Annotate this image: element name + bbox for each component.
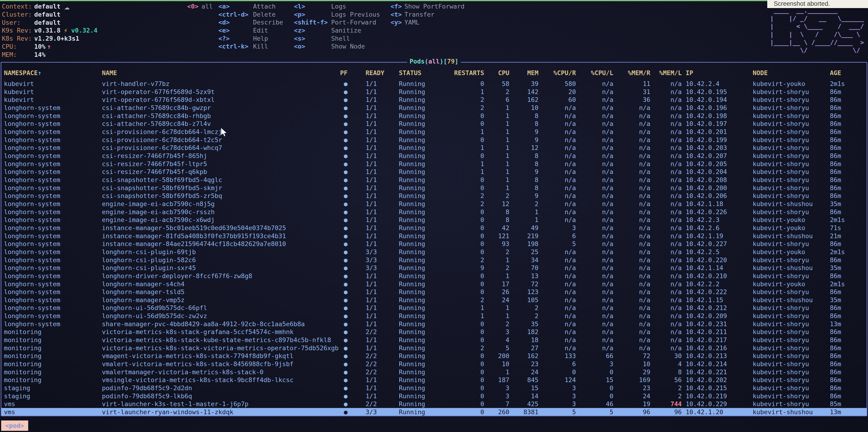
hotkey-shell[interactable]: <s>Shell xyxy=(0,34,868,42)
table-row[interactable]: longhorn-systemcsi-attacher-57689cc84b-g… xyxy=(1,104,867,112)
cell-cpu-r: 5 xyxy=(541,240,576,248)
column-header-status[interactable]: STATUS xyxy=(399,69,422,77)
cell-cpu-r: n/a xyxy=(541,312,576,320)
cell-namespace: monitoring xyxy=(4,376,41,384)
hotkey-key: <z> xyxy=(294,26,305,34)
cell-ip: 10.42.1.18 xyxy=(686,200,723,208)
hotkey-yaml[interactable]: <y>YAML xyxy=(0,18,868,26)
cell-mem: 35 xyxy=(508,320,538,328)
column-header-name[interactable]: NAME xyxy=(102,69,117,77)
table-row[interactable]: monitoringvictoria-metrics-k8s-stack-kub… xyxy=(1,336,867,344)
table-row[interactable]: vmsvirt-launcher-ryan-windows-11-zkdqk●3… xyxy=(1,408,867,416)
cell-namespace: longhorn-system xyxy=(4,160,60,168)
cell-cpu: 1 xyxy=(479,256,509,264)
cell-cpu: 200 xyxy=(479,352,509,360)
table-row[interactable]: kubevirtvirt-operator-6776f5689d-5zx9t●1… xyxy=(1,88,867,96)
table-row[interactable]: longhorn-systemcsi-snapshotter-58bf69fbd… xyxy=(1,192,867,200)
table-row[interactable]: monitoringvictoria-metrics-k8s-stack-gra… xyxy=(1,328,867,336)
cell-name: longhorn-csi-plugin-69tjb xyxy=(102,248,196,256)
hotkey-show-portforward[interactable]: <f>Show PortForward xyxy=(0,2,868,10)
cell-cpu: 6 xyxy=(479,96,509,104)
table-row[interactable]: longhorn-systeminstance-manager-5bc01eeb… xyxy=(1,224,867,232)
table-row[interactable]: stagingpodinfo-79db68f5c9-lkb6q●1/1Runni… xyxy=(1,392,867,400)
table-row[interactable]: longhorn-systemlonghorn-ui-56d9b575dc-66… xyxy=(1,304,867,312)
cell-cpu: 2 xyxy=(479,264,509,272)
table-row[interactable]: monitoringvictoria-metrics-k8s-stack-vic… xyxy=(1,344,867,352)
table-row[interactable]: longhorn-systeminstance-manager-81fd5a40… xyxy=(1,232,867,240)
cell-ip: 10.42.0.226 xyxy=(686,208,727,216)
table-row[interactable]: longhorn-systemlonghorn-csi-plugin-582c6… xyxy=(1,256,867,264)
cell-name: longhorn-csi-plugin-sxr45 xyxy=(102,264,196,272)
table-row[interactable]: longhorn-systemcsi-resizer-7466f7b45f-86… xyxy=(1,152,867,160)
table-row[interactable]: longhorn-systemcsi-attacher-57689cc84b-z… xyxy=(1,120,867,128)
column-header-age[interactable]: AGE xyxy=(830,69,841,77)
table-row[interactable]: longhorn-systemengine-image-ei-acb7590c-… xyxy=(1,200,867,208)
column-header-restarts[interactable]: RESTARTS xyxy=(450,69,484,77)
column-header-mem-r[interactable]: %MEM/R xyxy=(616,69,650,77)
cell-cpu: 1 xyxy=(479,368,509,376)
column-header-pf[interactable]: PF xyxy=(333,69,347,77)
table-row[interactable]: longhorn-systemcsi-resizer-7466f7b45f-lt… xyxy=(1,160,867,168)
table-row[interactable]: longhorn-systemengine-image-ei-acb7590c-… xyxy=(1,216,867,224)
table-row[interactable]: longhorn-systemcsi-snapshotter-58bf69fbd… xyxy=(1,184,867,192)
column-header-node[interactable]: NODE xyxy=(753,69,768,77)
hotkey-transfer[interactable]: <t>Transfer xyxy=(0,10,868,19)
cell-mem-l: n/a xyxy=(647,176,682,184)
table-row[interactable]: longhorn-systemcsi-provisioner-6c78dcb66… xyxy=(1,144,867,152)
table-row[interactable]: longhorn-systemlonghorn-manager-tsld5●1/… xyxy=(1,288,867,296)
column-header-cpu[interactable]: CPU xyxy=(479,69,509,77)
table-row[interactable]: longhorn-systemshare-manager-pvc-4bbd842… xyxy=(1,320,867,328)
cell-cpu: 2 xyxy=(479,248,509,256)
column-header-mem-l[interactable]: %MEM/L xyxy=(647,69,682,77)
table-row[interactable]: longhorn-systemcsi-provisioner-6c78dcb66… xyxy=(1,128,867,136)
table-row[interactable]: longhorn-systeminstance-manager-84ae2159… xyxy=(1,240,867,248)
table-row[interactable]: longhorn-systemlonghorn-csi-plugin-69tjb… xyxy=(1,248,867,256)
mem-line: MEM:14% xyxy=(2,51,17,59)
port-forward-dot-icon: ● xyxy=(333,296,347,304)
cell-status: Running xyxy=(399,80,425,88)
cell-namespace: longhorn-system xyxy=(4,232,60,240)
column-header-namespace[interactable]: NAMESPACE↑ xyxy=(4,69,41,77)
table-row[interactable]: longhorn-systemcsi-snapshotter-58bf69fbd… xyxy=(1,176,867,184)
cell-namespace: kubevirt xyxy=(4,96,34,104)
table-row[interactable]: monitoringvmagent-victoria-metrics-k8s-s… xyxy=(1,352,867,360)
cell-cpu-l: n/a xyxy=(579,144,613,152)
port-forward-dot-icon: ● xyxy=(333,184,347,192)
cell-mem-r: 24 xyxy=(616,392,650,400)
column-header-ip[interactable]: IP xyxy=(686,69,693,77)
column-header-cpu-r[interactable]: %CPU/R xyxy=(541,69,576,77)
table-row[interactable]: longhorn-systemengine-image-ei-acb7590c-… xyxy=(1,208,867,216)
cell-mem: 9 xyxy=(508,168,538,176)
table-row[interactable]: longhorn-systemlonghorn-manager-s4ch4●1/… xyxy=(1,280,867,288)
table-row[interactable]: monitoringvmsingle-victoria-metrics-k8s-… xyxy=(1,376,867,384)
column-header-cpu-l[interactable]: %CPU/L xyxy=(579,69,613,77)
table-row[interactable]: kubevirtvirt-operator-6776f5689d-xbtxl●1… xyxy=(1,96,867,104)
table-row[interactable]: stagingpodinfo-79db68f5c9-2d2dn●1/1Runni… xyxy=(1,384,867,392)
cell-cpu-l: n/a xyxy=(579,96,613,104)
table-row[interactable]: longhorn-systemlonghorn-manager-vmp5z●1/… xyxy=(1,296,867,304)
cell-age: 86m xyxy=(830,392,841,400)
table-row[interactable]: monitoringvmalertmanager-victoria-metric… xyxy=(1,368,867,376)
cell-restarts: 0 xyxy=(450,336,484,344)
table-row[interactable]: longhorn-systemlonghorn-csi-plugin-sxr45… xyxy=(1,264,867,272)
table-row[interactable]: monitoringvmalert-victoria-metrics-k8s-s… xyxy=(1,360,867,368)
table-row[interactable]: kubevirtvirt-handler-v77bz●1/1Running058… xyxy=(1,80,867,88)
hotkey-key: <f> xyxy=(391,2,402,10)
hotkey-sanitize[interactable]: <z>Sanitize xyxy=(0,26,868,34)
table-row[interactable]: vmsvirt-launcher-k3s-test-1-master-1-j6p… xyxy=(1,400,867,408)
column-header-ready[interactable]: READY xyxy=(366,69,384,77)
cell-cpu: 2 xyxy=(479,88,509,96)
table-row[interactable]: longhorn-systemlonghorn-driver-deployer-… xyxy=(1,272,867,280)
cell-ready: 1/1 xyxy=(366,128,377,136)
table-row[interactable]: longhorn-systemcsi-provisioner-6c78dcb66… xyxy=(1,136,867,144)
cell-name: virt-operator-6776f5689d-5zx9t xyxy=(102,88,215,96)
column-header-mem[interactable]: MEM xyxy=(508,69,538,77)
breadcrumb-pod[interactable]: <pod> xyxy=(1,421,28,431)
table-row[interactable]: longhorn-systemcsi-attacher-57689cc84b-r… xyxy=(1,112,867,120)
table-row[interactable]: longhorn-systemcsi-resizer-7466f7b45f-q6… xyxy=(1,168,867,176)
cell-name: virt-handler-v77bz xyxy=(102,80,169,88)
table-row[interactable]: longhorn-systemlonghorn-ui-56d9b575dc-zw… xyxy=(1,312,867,320)
hotkey-show-node[interactable]: <o>Show Node xyxy=(0,42,868,51)
cell-name: instance-manager-84ae215964744cf18cb4826… xyxy=(102,240,286,248)
cell-node: kubevirt-shushou xyxy=(753,264,813,272)
